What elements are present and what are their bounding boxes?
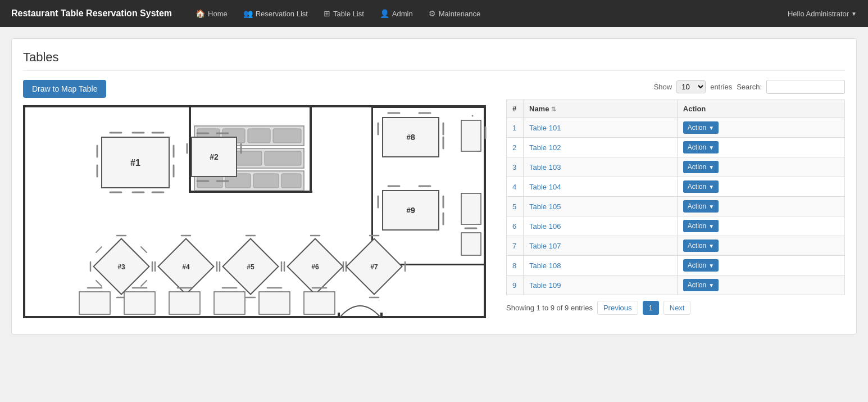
cell-action: Action ▼ [677,177,844,197]
svg-text:#8: #8 [406,133,415,142]
nav-item-reservation[interactable]: 👥 Reservation List [237,6,315,21]
cell-num: 1 [507,118,524,138]
nav-label-admin: Admin [392,10,413,18]
action-button[interactable]: Action ▼ [683,220,719,232]
action-button[interactable]: Action ▼ [683,200,719,213]
nav-item-table-list[interactable]: ⊞ Table List [317,6,371,21]
data-table: # Name ⇅ Action 1Table 101Action ▼2Table… [506,100,845,295]
current-page-button[interactable]: 1 [643,301,659,315]
svg-rect-109 [380,313,383,317]
action-button[interactable]: Action ▼ [683,240,719,252]
show-label: Show [654,83,672,91]
page-title: Tables [23,50,845,71]
pagination: Showing 1 to 9 of 9 entries Previous 1 N… [506,301,845,315]
action-button[interactable]: Action ▼ [683,259,719,272]
col-name-label: Name [529,105,549,113]
cell-action: Action ▼ [677,118,844,138]
action-caret: ▼ [708,263,714,269]
nav-item-maintenance[interactable]: ⚙ Maintenance [422,6,487,21]
svg-text:#4: #4 [182,263,190,271]
nav-link-reservation[interactable]: 👥 Reservation List [237,6,315,21]
gear-icon: ⚙ [429,9,436,18]
nav-link-admin[interactable]: 👤 Admin [373,6,420,21]
table-list-section: Show 10 25 50 100 entries Search: # [506,80,845,323]
svg-rect-108 [338,313,340,317]
svg-text:#3: #3 [117,263,125,271]
next-page-button[interactable]: Next [664,301,691,315]
svg-rect-106 [304,292,335,314]
table-row: 9Table 109Action ▼ [507,275,845,295]
sort-icon: ⇅ [551,106,556,112]
col-header-action: Action [677,100,844,118]
svg-rect-100 [169,292,200,314]
table-body: 1Table 101Action ▼2Table 102Action ▼3Tab… [507,118,845,295]
action-caret: ▼ [708,204,714,210]
svg-rect-13 [248,129,270,143]
table-row: 5Table 105Action ▼ [507,197,845,216]
nav-link-table-list[interactable]: ⊞ Table List [317,6,371,21]
svg-rect-17 [265,151,301,165]
cell-num: 4 [507,177,524,197]
prev-page-button[interactable]: Previous [597,301,638,315]
col-header-name[interactable]: Name ⇅ [524,100,678,118]
action-button[interactable]: Action ▼ [683,141,719,153]
cell-num: 9 [507,275,524,295]
table-row: 4Table 104Action ▼ [507,177,845,197]
search-input[interactable] [766,80,845,94]
cell-name: Table 101 [524,118,678,138]
svg-rect-102 [214,292,245,314]
search-label: Search: [737,83,762,91]
cell-name: Table 106 [524,216,678,236]
svg-text:#6: #6 [311,263,319,271]
admin-icon: 👤 [380,9,389,18]
action-button[interactable]: Action ▼ [683,180,719,193]
nav-item-admin[interactable]: 👤 Admin [373,6,420,21]
svg-rect-14 [273,129,301,143]
draw-map-button[interactable]: Draw to Map Table [23,80,106,98]
svg-text:#5: #5 [247,263,255,271]
action-button[interactable]: Action ▼ [683,121,719,134]
table-controls: Show 10 25 50 100 entries Search: [506,80,845,94]
table-icon: ⊞ [324,9,330,18]
table-row: 8Table 108Action ▼ [507,256,845,275]
table-row: 7Table 107Action ▼ [507,236,845,256]
cell-num: 6 [507,216,524,236]
action-button[interactable]: Action ▼ [683,279,719,291]
cell-action: Action ▼ [677,256,844,275]
table-row: 3Table 103Action ▼ [507,157,845,177]
floor-plan: #1 #2 [23,103,489,323]
action-button[interactable]: Action ▼ [683,161,719,173]
svg-rect-60 [461,233,481,255]
action-caret: ▼ [708,125,714,131]
cell-name: Table 102 [524,138,678,157]
cell-action: Action ▼ [677,197,844,216]
map-section: Draw to Map Table [23,80,495,323]
nav-link-home[interactable]: 🏠 Home [189,6,234,21]
cell-num: 2 [507,138,524,157]
nav-label-home: Home [208,10,228,18]
table-row: 2Table 102Action ▼ [507,138,845,157]
cell-action: Action ▼ [677,275,844,295]
svg-rect-20 [253,174,279,188]
users-icon: 👥 [243,9,253,18]
cell-name: Table 109 [524,275,678,295]
nav-item-home[interactable]: 🏠 Home [189,6,234,21]
cell-name: Table 107 [524,236,678,256]
main-card: Tables Draw to Map Table [11,38,857,335]
entries-label: entries [710,83,732,91]
col-header-num: # [507,100,524,118]
svg-text:#7: #7 [370,263,378,271]
entries-select[interactable]: 10 25 50 100 [676,80,706,93]
nav-link-maintenance[interactable]: ⚙ Maintenance [422,6,487,21]
user-menu[interactable]: Hello Administrator ▼ [788,10,857,18]
svg-rect-104 [259,292,290,314]
svg-rect-49 [461,120,481,151]
cell-action: Action ▼ [677,216,844,236]
table-header-row: # Name ⇅ Action [507,100,845,118]
svg-rect-21 [281,174,301,188]
cell-action: Action ▼ [677,157,844,177]
svg-rect-2 [371,106,485,108]
cell-name: Table 105 [524,197,678,216]
cell-num: 8 [507,256,524,275]
action-caret: ▼ [708,164,714,170]
